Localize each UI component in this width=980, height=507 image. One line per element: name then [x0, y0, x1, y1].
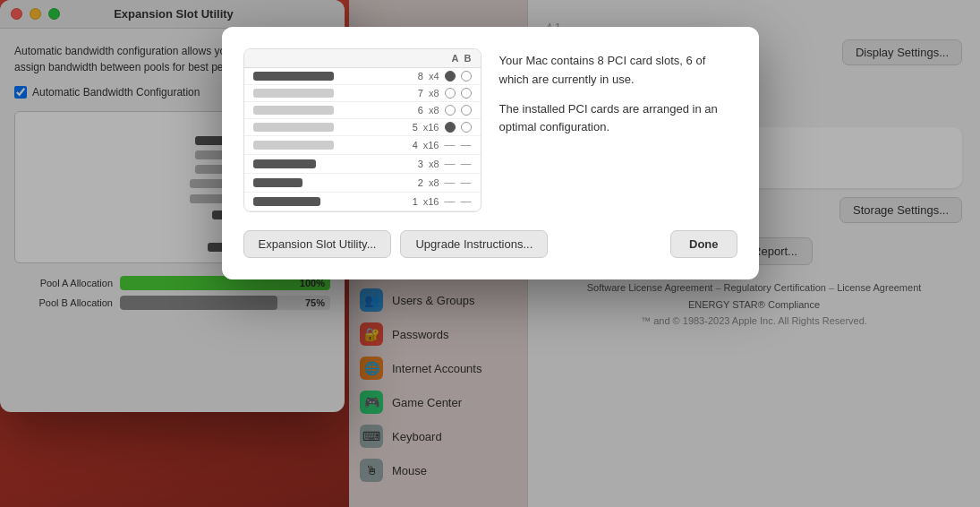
- modal-overlay: A B 8 x4 7 x8: [0, 0, 980, 507]
- modal-content: A B 8 x4 7 x8: [243, 48, 737, 212]
- modal-slot-row-7: 7 x8: [244, 85, 481, 102]
- upgrade-instructions-button[interactable]: Upgrade Instructions...: [400, 230, 548, 258]
- modal-description-1: Your Mac contains 8 PCI card slots, 6 of…: [499, 52, 737, 90]
- modal-dialog: A B 8 x4 7 x8: [222, 27, 759, 279]
- modal-table-side: A B 8 x4 7 x8: [243, 48, 481, 212]
- modal-footer: Expansion Slot Utility... Upgrade Instru…: [243, 230, 737, 258]
- modal-slot-table: A B 8 x4 7 x8: [243, 48, 481, 212]
- modal-slot-row-6: 6 x8: [244, 102, 481, 119]
- modal-description-2: The installed PCI cards are arranged in …: [499, 100, 737, 138]
- expansion-slot-utility-button[interactable]: Expansion Slot Utility...: [243, 230, 392, 258]
- modal-slot-row-8: 8 x4: [244, 68, 481, 85]
- modal-slot-row-4: 4 x16 — —: [244, 136, 481, 155]
- modal-text-side: Your Mac contains 8 PCI card slots, 6 of…: [499, 48, 737, 212]
- modal-slot-row-1: 1 x16 — —: [244, 193, 481, 211]
- modal-slot-row-5: 5 x16: [244, 119, 481, 136]
- modal-slot-header: A B: [244, 49, 481, 68]
- modal-slot-row-2: 2 x8 — —: [244, 174, 481, 193]
- modal-slot-row-3: 3 x8 — —: [244, 155, 481, 174]
- done-button[interactable]: Done: [670, 230, 737, 258]
- modal-footer-left: Expansion Slot Utility... Upgrade Instru…: [243, 230, 549, 258]
